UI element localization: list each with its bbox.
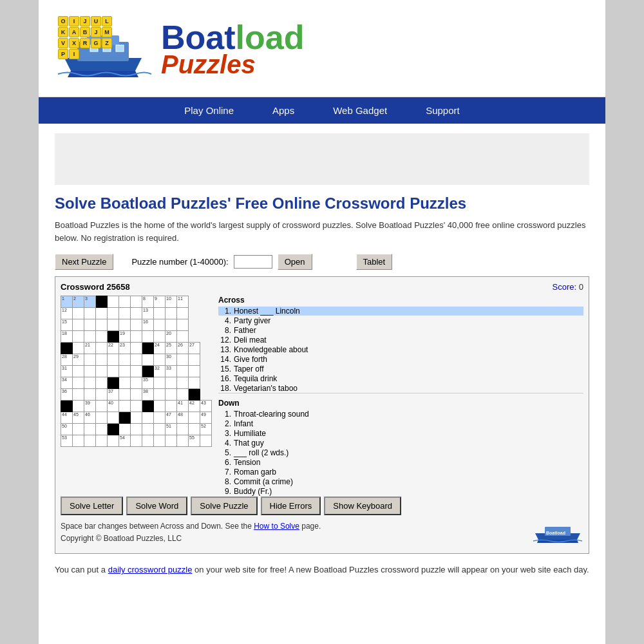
grid-cell[interactable] bbox=[119, 366, 131, 377]
grid-cell[interactable]: 50 bbox=[61, 424, 73, 435]
grid-cell[interactable] bbox=[142, 401, 154, 412]
grid-cell[interactable]: 33 bbox=[166, 366, 177, 377]
grid-cell[interactable] bbox=[84, 377, 96, 389]
grid-cell[interactable]: 49 bbox=[200, 412, 212, 424]
solve-word-button[interactable]: Solve Word bbox=[126, 497, 187, 515]
grid-cell[interactable]: 32 bbox=[154, 366, 166, 377]
grid-cell[interactable]: 1 bbox=[61, 296, 73, 308]
grid-cell[interactable] bbox=[154, 401, 166, 412]
grid-cell[interactable]: 28 bbox=[61, 354, 73, 366]
clue-item[interactable]: 12.Deli meat bbox=[218, 336, 583, 345]
grid-cell[interactable]: 2 bbox=[73, 296, 84, 308]
grid-cell[interactable] bbox=[131, 389, 142, 401]
grid-cell[interactable]: 55 bbox=[189, 435, 200, 447]
grid-cell[interactable] bbox=[131, 308, 142, 319]
grid-cell[interactable] bbox=[96, 354, 108, 366]
grid-cell[interactable] bbox=[177, 308, 189, 319]
grid-cell[interactable]: 41 bbox=[177, 401, 189, 412]
nav-support[interactable]: Support bbox=[406, 97, 479, 124]
grid-cell[interactable] bbox=[108, 319, 119, 331]
grid-cell[interactable] bbox=[131, 343, 142, 354]
grid-cell[interactable] bbox=[166, 308, 177, 319]
grid-cell[interactable] bbox=[154, 389, 166, 401]
grid-cell[interactable] bbox=[73, 389, 84, 401]
grid-cell[interactable] bbox=[142, 354, 154, 366]
grid-cell[interactable] bbox=[108, 412, 119, 424]
grid-cell[interactable] bbox=[142, 366, 154, 377]
grid-cell[interactable]: 47 bbox=[166, 412, 177, 424]
grid-cell[interactable]: 39 bbox=[84, 401, 96, 412]
clue-item[interactable]: 4.Party giver bbox=[218, 316, 583, 325]
grid-cell[interactable] bbox=[131, 331, 142, 343]
grid-cell[interactable] bbox=[108, 331, 119, 343]
grid-cell[interactable] bbox=[119, 401, 131, 412]
grid-cell[interactable] bbox=[131, 435, 142, 447]
grid-cell[interactable] bbox=[189, 366, 200, 377]
daily-puzzle-link[interactable]: daily crossword puzzle bbox=[108, 565, 193, 574]
nav-apps[interactable]: Apps bbox=[253, 97, 314, 124]
grid-cell[interactable] bbox=[177, 424, 189, 435]
grid-cell[interactable] bbox=[73, 366, 84, 377]
grid-cell[interactable] bbox=[166, 435, 177, 447]
grid-cell[interactable] bbox=[142, 435, 154, 447]
grid-cell[interactable] bbox=[177, 354, 189, 366]
grid-cell[interactable]: 24 bbox=[154, 343, 166, 354]
grid-cell[interactable]: 15 bbox=[61, 319, 73, 331]
grid-cell[interactable] bbox=[189, 377, 200, 389]
grid-cell[interactable] bbox=[108, 435, 119, 447]
grid-cell[interactable] bbox=[131, 377, 142, 389]
grid-cell[interactable] bbox=[96, 366, 108, 377]
grid-cell[interactable]: 51 bbox=[166, 424, 177, 435]
open-button[interactable]: Open bbox=[278, 254, 312, 270]
grid-cell[interactable]: 16 bbox=[142, 319, 154, 331]
grid-cell[interactable] bbox=[166, 319, 177, 331]
grid-cell[interactable] bbox=[61, 343, 73, 354]
grid-cell[interactable] bbox=[84, 435, 96, 447]
grid-cell[interactable] bbox=[154, 377, 166, 389]
grid-cell[interactable]: 8 bbox=[142, 296, 154, 308]
grid-cell[interactable]: 13 bbox=[142, 308, 154, 319]
grid-cell[interactable] bbox=[84, 354, 96, 366]
grid-cell[interactable]: 37 bbox=[108, 389, 119, 401]
grid-cell[interactable]: 29 bbox=[73, 354, 84, 366]
grid-cell[interactable]: 44 bbox=[61, 412, 73, 424]
grid-cell[interactable] bbox=[119, 389, 131, 401]
grid-cell[interactable] bbox=[73, 377, 84, 389]
grid-cell[interactable]: 25 bbox=[166, 343, 177, 354]
grid-cell[interactable] bbox=[177, 389, 189, 401]
grid-cell[interactable] bbox=[73, 308, 84, 319]
grid-cell[interactable] bbox=[96, 296, 108, 308]
clue-item[interactable]: 18.Vegetarian's taboo bbox=[218, 384, 583, 393]
grid-cell[interactable] bbox=[108, 424, 119, 435]
clue-item[interactable]: 1.Throat-clearing sound bbox=[218, 410, 583, 419]
grid-cell[interactable]: 48 bbox=[177, 412, 189, 424]
how-to-solve-link[interactable]: How to Solve bbox=[254, 522, 299, 531]
grid-cell[interactable] bbox=[189, 424, 200, 435]
grid-cell[interactable] bbox=[177, 331, 189, 343]
clue-item[interactable]: 5.___ roll (2 wds.) bbox=[218, 448, 583, 457]
hide-errors-button[interactable]: Hide Errors bbox=[261, 497, 321, 515]
clue-item[interactable]: 3.Humiliate bbox=[218, 429, 583, 438]
grid-cell[interactable] bbox=[131, 424, 142, 435]
tablet-button[interactable]: Tablet bbox=[356, 254, 393, 270]
grid-cell[interactable]: 30 bbox=[166, 354, 177, 366]
grid-cell[interactable]: 21 bbox=[84, 343, 96, 354]
grid-cell[interactable] bbox=[84, 424, 96, 435]
grid-cell[interactable] bbox=[131, 319, 142, 331]
clue-item[interactable]: 14.Give forth bbox=[218, 355, 583, 364]
grid-cell[interactable] bbox=[84, 319, 96, 331]
grid-cell[interactable] bbox=[96, 412, 108, 424]
clue-item[interactable]: 7.Roman garb bbox=[218, 468, 583, 477]
grid-cell[interactable] bbox=[108, 308, 119, 319]
clue-item[interactable]: 4.That guy bbox=[218, 439, 583, 448]
grid-cell[interactable] bbox=[131, 366, 142, 377]
solve-puzzle-button[interactable]: Solve Puzzle bbox=[191, 497, 257, 515]
clue-item[interactable]: 2.Infant bbox=[218, 419, 583, 428]
grid-cell[interactable]: 3 bbox=[84, 296, 96, 308]
grid-cell[interactable]: 54 bbox=[119, 435, 131, 447]
grid-cell[interactable] bbox=[142, 412, 154, 424]
grid-cell[interactable] bbox=[108, 354, 119, 366]
grid-cell[interactable] bbox=[200, 435, 212, 447]
grid-cell[interactable] bbox=[84, 389, 96, 401]
solve-letter-button[interactable]: Solve Letter bbox=[61, 497, 123, 515]
